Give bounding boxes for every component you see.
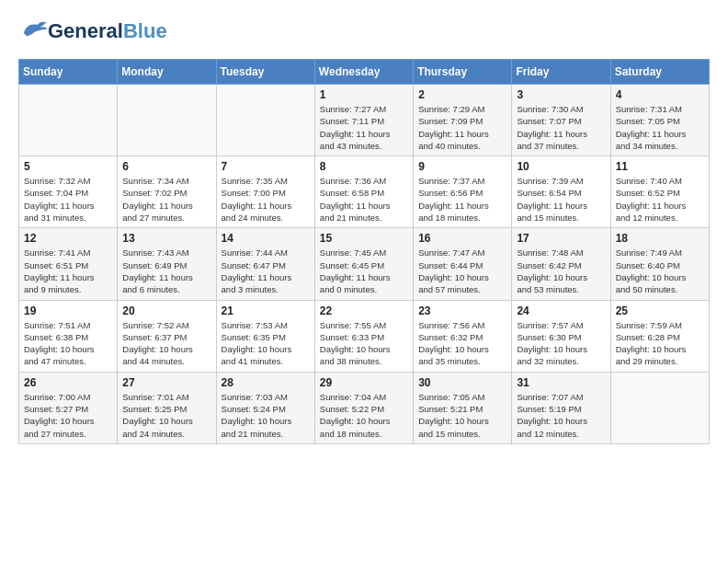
- day-info: Sunrise: 7:30 AMSunset: 7:07 PMDaylight:…: [517, 103, 605, 152]
- day-number: 7: [222, 160, 310, 173]
- day-info: Sunrise: 7:56 AMSunset: 6:32 PMDaylight:…: [418, 319, 506, 368]
- day-number: 24: [517, 304, 605, 317]
- calendar-cell: 1Sunrise: 7:27 AMSunset: 7:11 PMDaylight…: [314, 85, 413, 156]
- calendar-cell: 27Sunrise: 7:01 AMSunset: 5:25 PMDayligh…: [118, 372, 216, 443]
- calendar-cell: 16Sunrise: 7:47 AMSunset: 6:44 PMDayligh…: [414, 228, 512, 300]
- day-info: Sunrise: 7:34 AMSunset: 7:02 PMDaylight:…: [122, 175, 210, 224]
- calendar-cell: 25Sunrise: 7:59 AMSunset: 6:28 PMDayligh…: [610, 300, 709, 372]
- day-info: Sunrise: 7:37 AMSunset: 6:56 PMDaylight:…: [418, 175, 506, 224]
- calendar-cell: 29Sunrise: 7:04 AMSunset: 5:22 PMDayligh…: [314, 372, 413, 443]
- weekday-header-row: SundayMondayTuesdayWednesdayThursdayFrid…: [19, 60, 710, 85]
- day-number: 15: [320, 232, 408, 245]
- day-info: Sunrise: 7:29 AMSunset: 7:09 PMDaylight:…: [418, 103, 506, 152]
- logo-text: GeneralBlue: [48, 20, 167, 42]
- day-number: 28: [222, 376, 310, 389]
- week-row-3: 12Sunrise: 7:41 AMSunset: 6:51 PMDayligh…: [19, 228, 710, 300]
- day-number: 20: [122, 304, 210, 317]
- day-info: Sunrise: 7:52 AMSunset: 6:37 PMDaylight:…: [122, 319, 210, 368]
- day-info: Sunrise: 7:05 AMSunset: 5:21 PMDaylight:…: [418, 391, 506, 440]
- day-info: Sunrise: 7:48 AMSunset: 6:42 PMDaylight:…: [517, 247, 605, 295]
- day-info: Sunrise: 7:41 AMSunset: 6:51 PMDaylight:…: [24, 247, 112, 295]
- calendar-cell: 23Sunrise: 7:56 AMSunset: 6:32 PMDayligh…: [414, 300, 512, 372]
- calendar-cell: 14Sunrise: 7:44 AMSunset: 6:47 PMDayligh…: [216, 228, 314, 300]
- weekday-wednesday: Wednesday: [314, 60, 413, 85]
- calendar-cell: 8Sunrise: 7:36 AMSunset: 6:58 PMDaylight…: [314, 156, 413, 228]
- day-number: 22: [320, 304, 408, 317]
- weekday-thursday: Thursday: [414, 60, 512, 85]
- calendar-cell: 31Sunrise: 7:07 AMSunset: 5:19 PMDayligh…: [512, 372, 610, 443]
- day-number: 3: [517, 88, 605, 101]
- calendar-cell: 5Sunrise: 7:32 AMSunset: 7:04 PMDaylight…: [19, 156, 118, 228]
- day-info: Sunrise: 7:49 AMSunset: 6:40 PMDaylight:…: [616, 247, 704, 295]
- day-number: 2: [418, 88, 506, 101]
- calendar-cell: 10Sunrise: 7:39 AMSunset: 6:54 PMDayligh…: [512, 156, 610, 228]
- calendar-cell: 2Sunrise: 7:29 AMSunset: 7:09 PMDaylight…: [414, 85, 512, 156]
- day-number: 29: [320, 376, 408, 389]
- weekday-saturday: Saturday: [610, 60, 709, 85]
- day-info: Sunrise: 7:35 AMSunset: 7:00 PMDaylight:…: [222, 175, 310, 224]
- week-row-4: 19Sunrise: 7:51 AMSunset: 6:38 PMDayligh…: [19, 300, 710, 372]
- day-number: 14: [222, 232, 310, 245]
- day-number: 19: [24, 304, 112, 317]
- calendar-cell: 6Sunrise: 7:34 AMSunset: 7:02 PMDaylight…: [118, 156, 216, 228]
- day-info: Sunrise: 7:43 AMSunset: 6:49 PMDaylight:…: [122, 247, 210, 295]
- calendar-cell: [610, 372, 709, 443]
- day-info: Sunrise: 7:27 AMSunset: 7:11 PMDaylight:…: [320, 103, 408, 152]
- day-info: Sunrise: 7:07 AMSunset: 5:19 PMDaylight:…: [517, 391, 605, 440]
- day-number: 5: [24, 160, 112, 173]
- day-number: 11: [616, 160, 704, 173]
- weekday-sunday: Sunday: [19, 60, 118, 85]
- calendar-cell: 18Sunrise: 7:49 AMSunset: 6:40 PMDayligh…: [610, 228, 709, 300]
- day-info: Sunrise: 7:04 AMSunset: 5:22 PMDaylight:…: [320, 391, 408, 440]
- day-info: Sunrise: 7:36 AMSunset: 6:58 PMDaylight:…: [320, 175, 408, 224]
- calendar-cell: 15Sunrise: 7:45 AMSunset: 6:45 PMDayligh…: [314, 228, 413, 300]
- day-number: 25: [616, 304, 704, 317]
- day-number: 8: [320, 160, 408, 173]
- day-number: 1: [320, 88, 408, 101]
- calendar-cell: 20Sunrise: 7:52 AMSunset: 6:37 PMDayligh…: [118, 300, 216, 372]
- calendar-cell: 24Sunrise: 7:57 AMSunset: 6:30 PMDayligh…: [512, 300, 610, 372]
- calendar-cell: 21Sunrise: 7:53 AMSunset: 6:35 PMDayligh…: [216, 300, 314, 372]
- day-info: Sunrise: 7:47 AMSunset: 6:44 PMDaylight:…: [418, 247, 506, 295]
- day-info: Sunrise: 7:59 AMSunset: 6:28 PMDaylight:…: [616, 319, 704, 368]
- page-header: GeneralBlue: [18, 18, 710, 44]
- weekday-friday: Friday: [512, 60, 610, 85]
- calendar-cell: 30Sunrise: 7:05 AMSunset: 5:21 PMDayligh…: [414, 372, 512, 443]
- logo: GeneralBlue: [18, 18, 167, 44]
- day-number: 27: [122, 376, 210, 389]
- day-number: 9: [418, 160, 506, 173]
- day-info: Sunrise: 7:51 AMSunset: 6:38 PMDaylight:…: [24, 319, 112, 368]
- calendar-cell: 17Sunrise: 7:48 AMSunset: 6:42 PMDayligh…: [512, 228, 610, 300]
- weekday-monday: Monday: [118, 60, 216, 85]
- calendar-cell: 7Sunrise: 7:35 AMSunset: 7:00 PMDaylight…: [216, 156, 314, 228]
- day-info: Sunrise: 7:40 AMSunset: 6:52 PMDaylight:…: [616, 175, 704, 224]
- calendar-cell: 13Sunrise: 7:43 AMSunset: 6:49 PMDayligh…: [118, 228, 216, 300]
- day-info: Sunrise: 7:03 AMSunset: 5:24 PMDaylight:…: [222, 391, 310, 440]
- day-info: Sunrise: 7:53 AMSunset: 6:35 PMDaylight:…: [222, 319, 310, 368]
- day-info: Sunrise: 7:44 AMSunset: 6:47 PMDaylight:…: [222, 247, 310, 295]
- day-number: 4: [616, 88, 704, 101]
- calendar-table: SundayMondayTuesdayWednesdayThursdayFrid…: [18, 59, 710, 444]
- day-number: 23: [418, 304, 506, 317]
- day-number: 6: [122, 160, 210, 173]
- calendar-cell: 3Sunrise: 7:30 AMSunset: 7:07 PMDaylight…: [512, 85, 610, 156]
- weekday-tuesday: Tuesday: [216, 60, 314, 85]
- calendar-cell: 28Sunrise: 7:03 AMSunset: 5:24 PMDayligh…: [216, 372, 314, 443]
- calendar-cell: 19Sunrise: 7:51 AMSunset: 6:38 PMDayligh…: [19, 300, 118, 372]
- week-row-2: 5Sunrise: 7:32 AMSunset: 7:04 PMDaylight…: [19, 156, 710, 228]
- calendar-cell: 26Sunrise: 7:00 AMSunset: 5:27 PMDayligh…: [19, 372, 118, 443]
- day-number: 17: [517, 232, 605, 245]
- day-info: Sunrise: 7:57 AMSunset: 6:30 PMDaylight:…: [517, 319, 605, 368]
- day-info: Sunrise: 7:55 AMSunset: 6:33 PMDaylight:…: [320, 319, 408, 368]
- day-info: Sunrise: 7:31 AMSunset: 7:05 PMDaylight:…: [616, 103, 704, 152]
- calendar-cell: 9Sunrise: 7:37 AMSunset: 6:56 PMDaylight…: [414, 156, 512, 228]
- day-info: Sunrise: 7:01 AMSunset: 5:25 PMDaylight:…: [122, 391, 210, 440]
- calendar-cell: 12Sunrise: 7:41 AMSunset: 6:51 PMDayligh…: [19, 228, 118, 300]
- day-number: 18: [616, 232, 704, 245]
- logo-icon: [20, 18, 48, 40]
- calendar-cell: [19, 85, 118, 156]
- day-number: 12: [24, 232, 112, 245]
- day-number: 16: [418, 232, 506, 245]
- week-row-5: 26Sunrise: 7:00 AMSunset: 5:27 PMDayligh…: [19, 372, 710, 443]
- calendar-cell: 11Sunrise: 7:40 AMSunset: 6:52 PMDayligh…: [610, 156, 709, 228]
